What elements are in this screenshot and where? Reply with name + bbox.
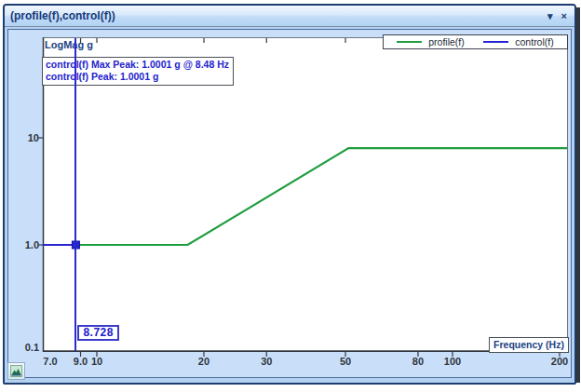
window-title: (profile(f),control(f)): [10, 9, 115, 22]
x-tick-label: 30: [261, 356, 272, 367]
close-icon[interactable]: ×: [561, 11, 567, 21]
legend-entry[interactable]: control(f): [483, 36, 553, 47]
cursor-readout: 8.728: [77, 325, 119, 341]
y-axis-title: LogMag g: [45, 39, 93, 50]
mini-chart-glyph: [10, 365, 22, 377]
y-tick-label: 0.1: [9, 342, 39, 353]
screenshot-stage: (profile(f),control(f)) ▾ × 7.09.0102030…: [0, 0, 581, 392]
x-tick-label: 100: [444, 356, 461, 367]
legend-line-swatch: [483, 41, 508, 43]
x-tick-label: 20: [198, 356, 209, 367]
x-axis-title: Frequency (Hz): [489, 337, 569, 353]
x-tick-label: 10: [91, 356, 102, 367]
x-tick-label: 200: [551, 356, 568, 367]
titlebar-controls: ▾ ×: [547, 11, 567, 21]
peak-annotation-box: control(f) Max Peak: 1.0001 g @ 8.48 Hz …: [42, 57, 234, 86]
dropdown-arrow-icon[interactable]: ▾: [547, 11, 553, 21]
legend-label: control(f): [515, 36, 553, 47]
y-tick-label: 10: [9, 132, 39, 143]
window-titlebar[interactable]: (profile(f),control(f)) ▾ ×: [5, 6, 574, 27]
mini-chart-icon[interactable]: [7, 362, 25, 380]
x-tick-label: 80: [412, 356, 424, 367]
frequency-cursor-line[interactable]: [74, 38, 76, 351]
legend-entry[interactable]: profile(f): [397, 36, 465, 47]
annotation-line-peak: control(f) Peak: 1.0001 g: [46, 71, 229, 83]
legend-line-swatch: [397, 41, 422, 43]
legend: profile(f)control(f): [383, 34, 568, 49]
x-tick-label: 7.0: [43, 356, 57, 367]
y-tick-label: 1.0: [9, 239, 39, 250]
annotation-line-max-peak: control(f) Max Peak: 1.0001 g @ 8.48 Hz: [46, 59, 229, 71]
x-tick-label: 9.0: [74, 356, 88, 367]
x-tick-label: 50: [340, 356, 351, 367]
window-edge-shadow: [576, 7, 580, 383]
legend-label: profile(f): [428, 36, 465, 47]
